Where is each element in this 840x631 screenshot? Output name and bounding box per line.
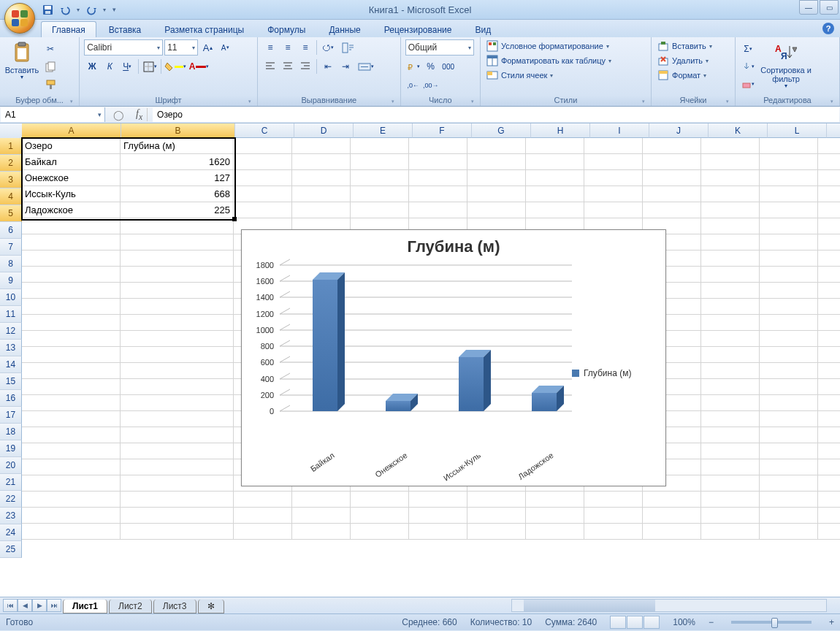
cell[interactable]: [234, 138, 292, 154]
cell[interactable]: [121, 299, 234, 315]
row-header[interactable]: 16: [0, 390, 22, 407]
cell[interactable]: [818, 283, 840, 299]
formula-circle-icon[interactable]: ◯: [113, 110, 124, 121]
cell[interactable]: [121, 363, 234, 379]
cell[interactable]: [22, 492, 121, 508]
cell[interactable]: [409, 202, 467, 218]
wrap-text-icon[interactable]: [337, 39, 359, 56]
font-size-combo[interactable]: 11▾: [164, 39, 198, 56]
row-header[interactable]: 20: [0, 457, 22, 474]
cell[interactable]: [818, 443, 840, 459]
conditional-formatting-button[interactable]: Условное форматирование▾: [485, 39, 611, 53]
row-header[interactable]: 15: [0, 373, 22, 390]
cell[interactable]: [760, 524, 818, 540]
cell[interactable]: [760, 427, 818, 443]
cell[interactable]: [121, 218, 234, 234]
cell[interactable]: [818, 315, 840, 331]
column-header[interactable]: I: [590, 123, 649, 138]
cell[interactable]: [22, 524, 121, 540]
cell[interactable]: [701, 379, 760, 395]
cell[interactable]: Глубина (м): [121, 138, 234, 154]
cell[interactable]: [22, 363, 121, 379]
cell[interactable]: [760, 234, 818, 251]
cell[interactable]: [584, 154, 643, 170]
cell[interactable]: [351, 170, 409, 186]
cell[interactable]: [760, 411, 818, 427]
row-header[interactable]: 1: [0, 138, 22, 155]
cell[interactable]: [818, 411, 840, 427]
cell[interactable]: [760, 508, 818, 524]
cell[interactable]: [22, 459, 121, 475]
cell[interactable]: [818, 218, 840, 234]
cell[interactable]: [22, 234, 121, 251]
cell[interactable]: [121, 492, 234, 508]
cell[interactable]: [701, 170, 760, 186]
row-header[interactable]: 21: [0, 474, 22, 491]
clear-icon[interactable]: ▾: [740, 76, 756, 92]
cell[interactable]: [292, 508, 351, 524]
last-sheet-button[interactable]: ⏭: [47, 599, 61, 612]
decrease-decimal-icon[interactable]: ,00→: [423, 77, 439, 93]
cell[interactable]: [701, 218, 760, 234]
font-color-icon[interactable]: A▾: [188, 58, 210, 74]
cell[interactable]: [234, 186, 292, 202]
cell[interactable]: [818, 170, 840, 186]
cell[interactable]: [760, 379, 818, 395]
cell[interactable]: [121, 427, 234, 443]
cell[interactable]: [584, 202, 643, 218]
orientation-icon[interactable]: ⭯▾: [320, 39, 336, 56]
save-icon[interactable]: [39, 1, 56, 18]
cell[interactable]: [409, 492, 467, 508]
minimize-button[interactable]: —: [799, 0, 818, 15]
cell[interactable]: [701, 331, 760, 347]
cell[interactable]: [121, 331, 234, 347]
cell[interactable]: 1620: [121, 154, 234, 170]
cell[interactable]: [701, 154, 760, 170]
cell[interactable]: [526, 508, 584, 524]
merge-cells-icon[interactable]: ▾: [355, 58, 377, 74]
new-sheet-button[interactable]: ✻: [198, 600, 224, 613]
cell[interactable]: [292, 154, 351, 170]
cell[interactable]: [701, 267, 760, 283]
cell[interactable]: [760, 315, 818, 331]
maximize-button[interactable]: ▭: [820, 0, 839, 15]
cell[interactable]: [760, 218, 818, 234]
help-icon[interactable]: ?: [822, 23, 834, 34]
cell[interactable]: [701, 395, 760, 411]
cell[interactable]: Иссык-Куль: [22, 186, 121, 202]
cell[interactable]: [643, 492, 701, 508]
cell[interactable]: [234, 154, 292, 170]
worksheet-tab[interactable]: Лист1: [63, 600, 107, 613]
cell[interactable]: [292, 170, 351, 186]
cell[interactable]: [584, 508, 643, 524]
cell[interactable]: [526, 154, 584, 170]
cell[interactable]: [760, 154, 818, 170]
cell[interactable]: [760, 202, 818, 218]
cell[interactable]: [818, 267, 840, 283]
cell[interactable]: [467, 138, 526, 154]
cell[interactable]: [467, 186, 526, 202]
embedded-chart[interactable]: Глубина (м) 0200400600800100012001400160…: [241, 229, 666, 486]
bold-button[interactable]: Ж: [84, 58, 100, 74]
cell[interactable]: [467, 154, 526, 170]
row-header[interactable]: 11: [0, 306, 22, 323]
column-header[interactable]: B: [121, 123, 235, 138]
cell[interactable]: [760, 459, 818, 475]
row-header[interactable]: 22: [0, 491, 22, 508]
column-header[interactable]: K: [709, 123, 768, 138]
cell[interactable]: [760, 331, 818, 347]
cell[interactable]: [643, 138, 701, 154]
cell[interactable]: [409, 186, 467, 202]
cell[interactable]: [584, 186, 643, 202]
cell[interactable]: [584, 170, 643, 186]
cell[interactable]: [701, 251, 760, 267]
row-header[interactable]: 4: [0, 188, 22, 205]
cell[interactable]: [234, 508, 292, 524]
cell[interactable]: 127: [121, 170, 234, 186]
cell[interactable]: [643, 508, 701, 524]
cell[interactable]: [351, 492, 409, 508]
cell[interactable]: [760, 138, 818, 154]
cell[interactable]: [760, 395, 818, 411]
cell[interactable]: [643, 154, 701, 170]
cell[interactable]: [701, 283, 760, 299]
